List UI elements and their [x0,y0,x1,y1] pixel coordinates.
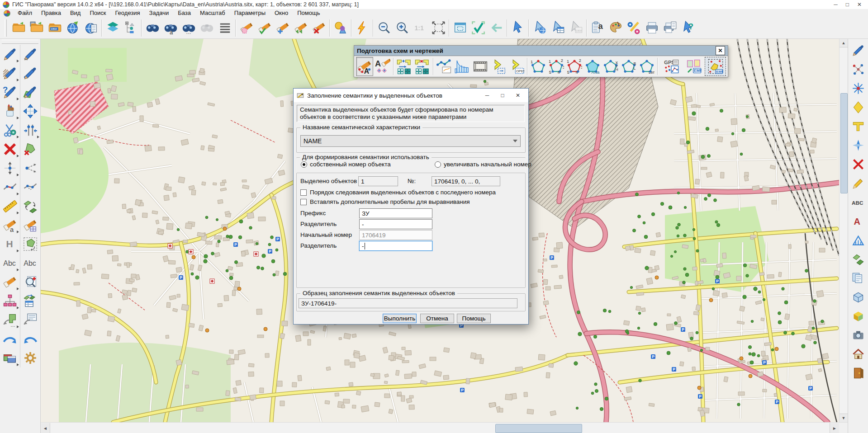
r-cross-button[interactable] [849,155,867,174]
print-doc-button[interactable] [661,18,679,38]
zoom-in-button[interactable] [393,18,411,38]
crossnode-button[interactable] [0,159,20,178]
order-checkbox-row[interactable]: Порядок следования выделенных объектов с… [300,189,496,196]
flash-grid-button[interactable] [20,216,40,235]
r-diamond-button[interactable] [849,98,867,117]
vertical-scrollbar[interactable]: ▲ ▼ [839,39,848,433]
horizontal-scrollbar[interactable]: ◄ ► [41,422,839,433]
execute-button[interactable]: Выполнить [383,314,417,323]
legend-button[interactable] [122,18,140,38]
floating-toolbar-titlebar[interactable]: Подготовка схем и чертежей ✕ [354,46,728,56]
fl-emf2-button[interactable]: EMF [683,57,704,76]
move4-button[interactable] [20,102,40,121]
binocs-dots-button[interactable]: ... [180,18,198,38]
one2one-button[interactable]: 1:1 [411,18,429,38]
r-box3d-button[interactable] [849,287,867,306]
menu-item-поиск[interactable]: Поиск [85,9,110,17]
binocs-a-button[interactable]: a [161,18,180,38]
framewin-button[interactable] [451,18,469,38]
prefix-input[interactable]: ЗУ [359,208,432,218]
menu-item-база[interactable]: База [173,9,195,17]
pencil-q-button[interactable]: ? [0,83,20,102]
close-icon[interactable]: ✕ [716,46,725,55]
node-branch-button[interactable] [20,159,40,178]
flash-pink-button[interactable] [237,18,256,38]
fl-polyr-button[interactable]: 12345 [566,57,583,76]
toolbar-grip[interactable] [2,40,38,44]
cancel-button[interactable]: Отмена [420,314,454,323]
orgtree-button[interactable] [0,292,20,311]
fl-polyn-button[interactable]: 12345 [548,57,565,76]
r-chart-button[interactable] [849,231,867,249]
palette-button[interactable] [607,18,625,38]
fl-gps-button[interactable]: GPS [660,57,683,76]
fl-polyt-button[interactable]: XYH [602,57,619,76]
backarrow-button[interactable] [487,18,505,38]
align2-button[interactable] [20,121,40,140]
r-nodes-button[interactable] [849,60,867,79]
gear-button[interactable] [20,348,40,367]
r-pencil-y-button[interactable] [849,174,867,193]
menu-item-масштаб[interactable]: Масштаб [195,9,230,17]
fl-polyf-button[interactable]: Area [584,57,601,76]
fl-emfgo-button[interactable]: EMF [705,57,726,76]
print-button[interactable] [643,18,661,38]
cursor-dbm-button[interactable]: DBM [567,18,585,38]
polyline-dash-button[interactable] [20,178,40,197]
help-button[interactable]: Помощь [457,314,491,323]
fl-polyt2-button[interactable]: BL [620,57,637,76]
layers-button[interactable] [104,18,122,38]
minimize-button[interactable]: ─ [834,1,838,8]
fl-chart-button[interactable] [454,57,471,76]
r-cam-button[interactable] [849,325,867,344]
abc2-button[interactable]: Abc [20,254,40,273]
menu-item-помощь[interactable]: Помощь [293,9,324,17]
r-pencil-button[interactable] [849,41,867,60]
flash-sel-button[interactable] [292,18,310,38]
folder-open-button[interactable] [9,18,28,38]
poly-del-button[interactable] [20,140,40,159]
r-tsq-button[interactable] [849,117,867,136]
selected-count-input[interactable]: 1 [358,176,398,186]
fl-a-flash-button[interactable]: A [374,57,391,76]
fl-frame-x-button[interactable] [414,57,431,76]
pencil-button[interactable] [0,45,20,64]
route-button[interactable] [625,18,643,38]
cursor-help-button[interactable]: ? [679,18,697,38]
maximize-button[interactable]: □ [846,1,849,8]
fl-film-button[interactable] [472,57,489,76]
minimize-button[interactable]: ─ [479,92,495,99]
scroll-right-button[interactable]: ► [830,423,839,433]
menu-app-icon[interactable] [4,10,10,17]
spaces-checkbox-row[interactable]: Вставлять дополнительные пробелы для выр… [300,198,470,205]
scroll-left-button[interactable]: ◄ [41,423,50,433]
polys-table-button[interactable] [20,292,40,311]
menu-item-вид[interactable]: Вид [66,9,85,17]
globe-arrow-button[interactable] [64,18,82,38]
redx-button[interactable] [0,140,20,159]
r-snow-button[interactable] [849,79,867,98]
fl-poly-chart-button[interactable] [436,57,453,76]
scissors-button[interactable] [0,121,20,140]
clip-a-button[interactable]: a [588,18,607,38]
resize-button[interactable] [429,18,447,38]
mag-plus-button[interactable] [20,273,40,292]
menu-item-окно[interactable]: Окно [270,9,293,17]
horizontal-scroll-thumb[interactable] [495,424,582,433]
bigcheck-button[interactable] [469,18,487,38]
pencil-bezier-button[interactable] [20,64,40,83]
bolt-button[interactable] [353,18,371,38]
menu-item-геодезия[interactable]: Геодезия [110,9,144,17]
r-house-button[interactable] [849,344,867,363]
folder-pc-button[interactable] [28,18,46,38]
flash-del-button[interactable] [310,18,328,38]
cursor-table-button[interactable] [549,18,567,38]
polyline-red-button[interactable] [0,178,20,197]
brushes-button[interactable] [0,102,20,121]
fl-flash-a-button[interactable]: A [356,57,373,76]
folder-dbm-button[interactable]: DBM [46,18,64,38]
r-cube-button[interactable] [849,306,867,325]
menu-item-задачи[interactable]: Задачи [145,9,174,17]
poly-rotate-button[interactable] [20,235,40,254]
shape-undo-button[interactable]: ... [0,311,20,329]
